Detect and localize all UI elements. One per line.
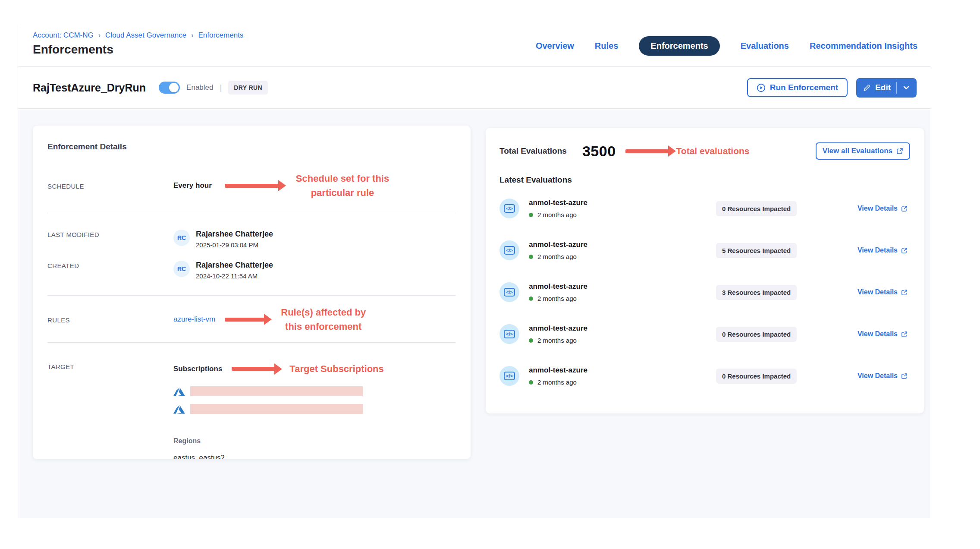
avatar: RC [173, 230, 190, 246]
breadcrumb: Account: CCM-NG › Cloud Asset Governance… [33, 31, 243, 40]
rule-code-icon: </> [499, 324, 519, 344]
evaluation-name: anmol-test-azure [529, 366, 716, 375]
play-circle-icon [757, 83, 766, 92]
external-link-icon [901, 331, 908, 338]
run-enforcement-button[interactable]: Run Enforcement [747, 78, 848, 97]
status-dot-icon [529, 255, 533, 259]
total-evaluations-label: Total Evaluations [499, 146, 567, 156]
pencil-icon [863, 84, 871, 92]
last-modified-timestamp: 2025-01-29 03:04 PM [196, 241, 273, 249]
evaluation-time: 2 months ago [537, 211, 577, 218]
divider [47, 295, 456, 296]
evaluation-name: anmol-test-azure [529, 199, 716, 207]
redacted-subscription-name [190, 404, 363, 414]
rule-code-icon: </> [499, 282, 519, 302]
page-body: Enforcement Details SCHEDULE Every hour … [18, 110, 930, 518]
breadcrumb-item-account[interactable]: Account: CCM-NG [33, 31, 94, 40]
redacted-subscription-name [190, 386, 363, 396]
enabled-toggle[interactable] [159, 82, 180, 94]
view-details-link[interactable]: View Details [858, 246, 908, 254]
enforcement-details-card: Enforcement Details SCHEDULE Every hour … [33, 126, 471, 459]
evaluation-time: 2 months ago [537, 253, 577, 260]
evaluation-row: </> anmol-test-azure 2 months ago 3 Reso… [499, 271, 910, 313]
divider [47, 213, 456, 213]
edit-button-group: Edit [856, 78, 917, 98]
target-label: TARGET [47, 362, 173, 370]
edit-button-label: Edit [875, 83, 891, 92]
view-details-link[interactable]: View Details [858, 372, 908, 380]
evaluations-card: Total Evaluations 3500 Total evaluations… [486, 128, 924, 413]
created-label: CREATED [47, 261, 173, 269]
evaluation-time: 2 months ago [537, 379, 577, 386]
latest-evaluations-heading: Latest Evaluations [499, 175, 910, 185]
dry-run-badge: DRY RUN [228, 81, 268, 95]
view-all-evaluations-button[interactable]: View all Evaluations [816, 142, 910, 160]
created-user: Rajarshee Chatterjee [196, 261, 273, 270]
resources-impacted-badge: 0 Resources Impacted [716, 369, 797, 384]
tab-bar: Overview Rules Enforcements Evaluations … [536, 25, 917, 67]
total-evaluations-annotation: Total evaluations [676, 146, 750, 156]
resources-impacted-badge: 0 Resources Impacted [716, 201, 797, 216]
button-divider [896, 82, 897, 94]
subscriptions-label: Subscriptions [173, 365, 222, 373]
evaluation-name: anmol-test-azure [529, 282, 716, 291]
breadcrumb-item-enforcements[interactable]: Enforcements [198, 31, 243, 40]
tab-evaluations[interactable]: Evaluations [741, 41, 789, 51]
annotation-arrow [225, 184, 279, 188]
evaluations-header: Total Evaluations 3500 Total evaluations… [499, 142, 910, 160]
evaluation-time: 2 months ago [537, 337, 577, 344]
view-details-link[interactable]: View Details [858, 330, 908, 338]
rules-row: RULES azure-list-vm Rule(s) affected by … [47, 305, 456, 334]
resources-impacted-badge: 5 Resources Impacted [716, 243, 797, 258]
status-dot-icon [529, 297, 533, 301]
rule-code-icon: </> [499, 366, 519, 386]
evaluation-row: </> anmol-test-azure 2 months ago 0 Reso… [499, 313, 910, 355]
evaluation-name: anmol-test-azure [529, 324, 716, 333]
rule-link[interactable]: azure-list-vm [173, 315, 215, 324]
enforcement-name: RajTestAzure_DryRun [33, 82, 146, 94]
external-link-icon [901, 373, 908, 379]
view-details-link[interactable]: View Details [858, 288, 908, 296]
tab-recommendation-insights[interactable]: Recommendation Insights [810, 41, 917, 51]
resources-impacted-badge: 3 Resources Impacted [716, 285, 797, 300]
external-link-icon [901, 289, 908, 296]
rule-code-icon: </> [499, 240, 519, 260]
status-dot-icon [529, 380, 533, 385]
annotation-arrow [232, 367, 275, 371]
total-evaluations-value: 3500 [582, 143, 616, 160]
rule-code-icon: </> [499, 199, 519, 218]
divider [47, 342, 456, 343]
azure-icon [173, 403, 185, 415]
annotation-arrow [225, 318, 264, 322]
subscription-item [173, 385, 384, 397]
run-enforcement-label: Run Enforcement [770, 83, 838, 92]
status-dot-icon [529, 338, 533, 343]
breadcrumb-chevron-icon: › [191, 32, 193, 39]
annotation-arrow [625, 149, 669, 153]
evaluation-row: </> anmol-test-azure 2 months ago 0 Reso… [499, 187, 910, 229]
main-panel: Account: CCM-NG › Cloud Asset Governance… [18, 25, 930, 518]
edit-button[interactable]: Edit [863, 83, 891, 92]
last-modified-row: LAST MODIFIED RC Rajarshee Chatterjee 20… [47, 230, 456, 249]
schedule-annotation: Schedule set for this particular rule [296, 171, 389, 200]
chevron-down-icon[interactable] [902, 84, 910, 92]
vertical-divider: | [220, 83, 222, 92]
regions-value: eastus, eastus2 [173, 454, 384, 459]
avatar: RC [173, 261, 190, 277]
created-timestamp: 2024-10-22 11:54 AM [196, 272, 273, 280]
tab-overview[interactable]: Overview [536, 41, 574, 51]
schedule-value: Every hour [173, 181, 212, 190]
page-header: Account: CCM-NG › Cloud Asset Governance… [18, 25, 930, 67]
breadcrumb-item-governance[interactable]: Cloud Asset Governance [105, 31, 186, 40]
schedule-row: SCHEDULE Every hour Schedule set for thi… [47, 171, 456, 200]
tab-rules[interactable]: Rules [595, 41, 618, 51]
evaluation-time: 2 months ago [537, 295, 577, 302]
tab-enforcements[interactable]: Enforcements [639, 36, 719, 56]
subscription-item [173, 403, 384, 415]
view-details-link[interactable]: View Details [858, 205, 908, 212]
external-link-icon [896, 148, 903, 155]
rules-label: RULES [47, 315, 173, 324]
enforcement-toolbar: RajTestAzure_DryRun Enabled | DRY RUN Ru… [18, 67, 930, 109]
last-modified-user: Rajarshee Chatterjee [196, 230, 273, 239]
evaluation-row: </> anmol-test-azure 2 months ago 0 Reso… [499, 355, 910, 397]
